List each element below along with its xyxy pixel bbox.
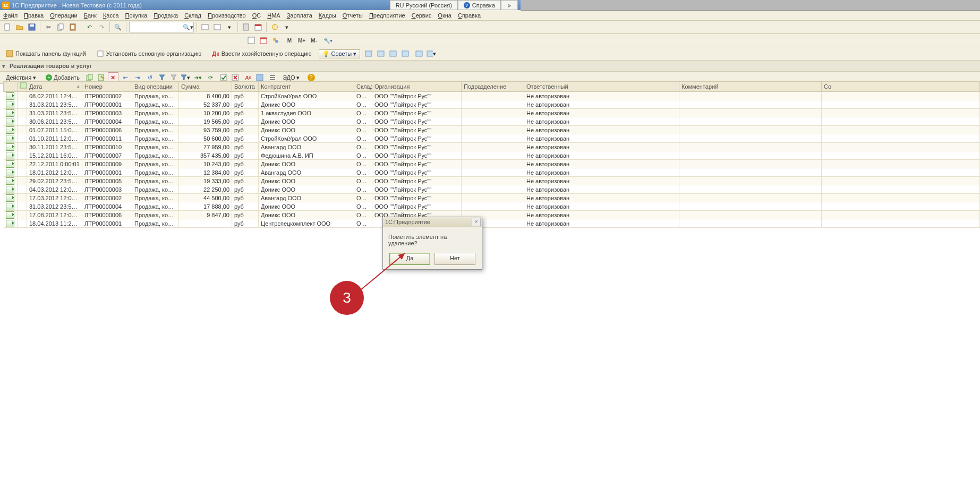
no-button[interactable]: Нет	[434, 253, 475, 265]
col-header-13[interactable]: Со	[822, 82, 980, 92]
show-panel-button[interactable]: Показать панель функций	[2, 48, 90, 59]
table-row[interactable]: 29.02.2012 23:59:59ЛТР00000005Продажа, к…	[4, 177, 980, 185]
col-header-6[interactable]: Валюта	[232, 82, 259, 92]
col-header-5[interactable]: Сумма	[179, 82, 232, 92]
dialog-message: Пометить элемент на удаление?	[383, 227, 482, 249]
table-row[interactable]: 17.08.2012 12:00:01ЛТР00000006Продажа, к…	[4, 211, 980, 219]
table-row[interactable]: 31.03.2011 23:59:59ЛТР00000003Продажа, к…	[4, 109, 980, 117]
menu-операции[interactable]: Операции	[50, 12, 77, 19]
undo-icon[interactable]: ↶	[84, 22, 95, 32]
table-row[interactable]: 30.06.2011 23:59:59ЛТР00000004Продажа, к…	[4, 117, 980, 126]
menu-справка[interactable]: Справка	[458, 12, 481, 19]
set-org-button[interactable]: Установить основную организацию	[93, 48, 206, 59]
documents-table[interactable]: Дата▴НомерВид операцииСуммаВалютаКонтраг…	[3, 81, 980, 228]
col-header-12[interactable]: Комментарий	[679, 82, 822, 92]
report-icon-6[interactable]: ▾	[426, 48, 437, 59]
calc-icon[interactable]	[241, 22, 251, 32]
menu-касса[interactable]: Касса	[103, 12, 119, 19]
menu-банк[interactable]: Банк	[84, 12, 97, 19]
report-icon-3[interactable]	[388, 48, 398, 59]
menu-производство[interactable]: Производство	[208, 12, 246, 19]
table-row[interactable]: 30.11.2011 23:59:59ЛТР00000010Продажа, к…	[4, 143, 980, 151]
m-minus-button[interactable]: M-	[309, 35, 319, 46]
paste-icon[interactable]	[67, 22, 78, 32]
menu-кадры[interactable]: Кадры	[319, 12, 336, 19]
table-row[interactable]: 15.12.2011 16:00:59ЛТР00000007Продажа, к…	[4, 151, 980, 160]
col-header-7[interactable]: Контрагент	[259, 82, 354, 92]
find-icon[interactable]: 🔍	[113, 22, 123, 32]
menu-нма[interactable]: НМА	[267, 12, 280, 19]
row-status-icon	[6, 135, 14, 142]
menu-предприятие[interactable]: Предприятие	[369, 12, 405, 19]
menu-сервис[interactable]: Сервис	[412, 12, 432, 19]
lang-tab[interactable]: RU Русский (Россия)	[390, 0, 458, 10]
report-icon-4[interactable]	[400, 48, 411, 59]
cut-icon[interactable]: ✂	[43, 22, 54, 32]
advice-button[interactable]: 💡Советы ▾	[319, 49, 360, 58]
nav2-icon[interactable]	[212, 22, 223, 32]
col-header-1[interactable]	[18, 82, 27, 92]
sec-icon-1[interactable]	[246, 35, 257, 46]
info-dropdown-icon[interactable]: ▾	[282, 22, 292, 32]
tab-overflow[interactable]: ⪢	[501, 0, 518, 10]
sec-icon-2[interactable]	[258, 35, 269, 46]
close-icon[interactable]: ×	[472, 218, 481, 226]
col-header-2[interactable]: Дата▴	[27, 82, 82, 92]
sec-icon-3[interactable]	[270, 35, 281, 46]
table-row[interactable]: 01.07.2011 15:06:23ЛТР00000006Продажа, к…	[4, 126, 980, 134]
menu-ос[interactable]: ОС	[252, 12, 261, 19]
menu-покупка[interactable]: Покупка	[125, 12, 148, 19]
table-row[interactable]: 31.03.2012 23:59:59ЛТР00000004Продажа, к…	[4, 202, 980, 211]
help-tab[interactable]: ?Справка	[458, 0, 501, 10]
enter-op-button[interactable]: ДкВвести хозяйственную операцию	[208, 49, 315, 58]
info-icon[interactable]: ⓘ	[269, 22, 280, 32]
row-status-icon	[6, 160, 14, 168]
calendar-icon[interactable]	[253, 22, 263, 32]
table-row[interactable]: 08.02.2011 12:43:21ЛТР00000002Продажа, к…	[4, 92, 980, 100]
table-row[interactable]: 01.10.2011 12:00:00ЛТР00000011Продажа, к…	[4, 134, 980, 143]
save-icon[interactable]	[27, 22, 37, 32]
table-row[interactable]: 31.03.2011 23:59:59ЛТР00000001Продажа, к…	[4, 100, 980, 109]
row-status-icon	[6, 203, 14, 210]
table-row[interactable]: 18.01.2012 12:00:02ЛТР00000001Продажа, к…	[4, 168, 980, 177]
search-dropdown[interactable]: 🔍▾	[129, 22, 194, 32]
col-header-0[interactable]	[4, 82, 18, 92]
open-icon[interactable]	[14, 22, 25, 32]
menu-зарплата[interactable]: Зарплата	[287, 12, 312, 19]
copy-icon[interactable]	[55, 22, 66, 32]
dialog-title-bar[interactable]: 1С:Предприятие ×	[383, 217, 482, 227]
menu-файл[interactable]: Файл	[3, 12, 18, 19]
menu-окна[interactable]: Окна	[438, 12, 451, 19]
report-icon-5[interactable]	[414, 48, 424, 59]
table-row[interactable]: 04.03.2012 12:00:00ЛТР00000003Продажа, к…	[4, 185, 980, 194]
yes-button[interactable]: Да	[389, 253, 430, 265]
tertiary-toolbar: Показать панель функций Установить основ…	[0, 47, 980, 61]
menu-отчеты[interactable]: Отчеты	[343, 12, 363, 19]
m-plus-button[interactable]: M+	[296, 35, 307, 46]
menu-склад[interactable]: Склад	[184, 12, 201, 19]
nav-dropdown-icon[interactable]: ▾	[224, 22, 235, 32]
table-row[interactable]: 18.04.2013 11:24:40ЛТР00000001Продажа, к…	[4, 219, 980, 228]
menu-правка[interactable]: Правка	[24, 12, 44, 19]
col-header-11[interactable]: Ответственный	[524, 82, 679, 92]
report-icon-1[interactable]	[363, 48, 374, 59]
menubar: ФайлПравкаОперацииБанкКассаПокупкаПродаж…	[0, 10, 980, 21]
m-button[interactable]: M	[284, 35, 295, 46]
col-header-4[interactable]: Вид операции	[132, 82, 179, 92]
svg-rect-2	[30, 24, 34, 27]
report-icon-2[interactable]	[376, 48, 386, 59]
nav1-icon[interactable]	[200, 22, 210, 32]
menu-продажа[interactable]: Продажа	[154, 12, 178, 19]
col-header-10[interactable]: Подразделение	[462, 82, 524, 92]
table-row[interactable]: 22.12.2011 0:00:01ЛТР00000009Продажа, ко…	[4, 160, 980, 168]
new-doc-icon[interactable]	[2, 22, 13, 32]
table-row[interactable]: 17.03.2012 12:00:00ЛТР00000002Продажа, к…	[4, 194, 980, 202]
col-header-8[interactable]: Склад	[354, 82, 372, 92]
collapse-icon[interactable]: ▾	[2, 63, 5, 70]
row-status-icon	[6, 92, 14, 100]
svg-rect-8	[214, 24, 220, 30]
settings-icon[interactable]: 🔧▾	[322, 35, 333, 46]
col-header-9[interactable]: Организация	[372, 82, 462, 92]
col-header-3[interactable]: Номер	[82, 82, 132, 92]
redo-icon[interactable]: ↷	[96, 22, 107, 32]
